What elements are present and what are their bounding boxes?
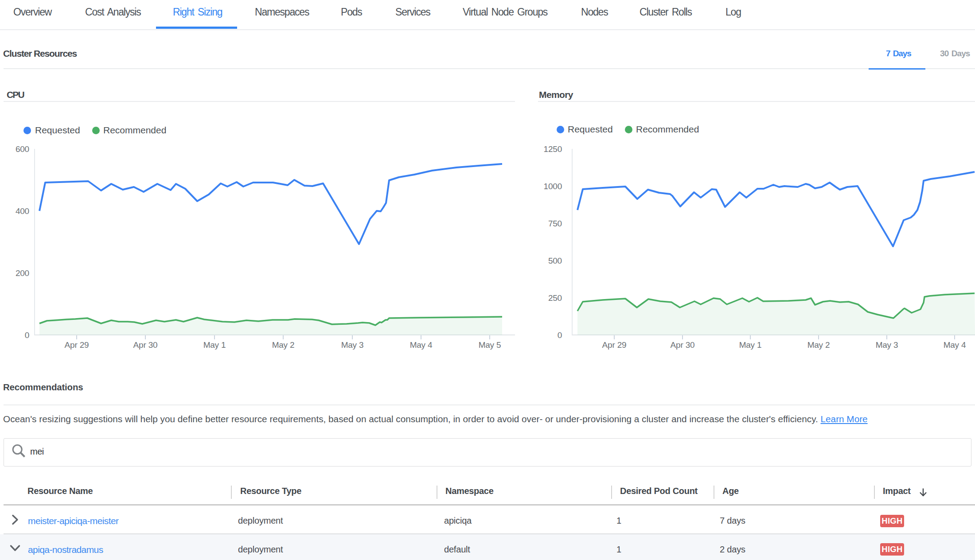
svg-text:Apr 29: Apr 29 — [65, 340, 89, 350]
svg-text:600: 600 — [16, 144, 29, 154]
svg-text:May 3: May 3 — [876, 340, 898, 350]
svg-text:Apr 30: Apr 30 — [133, 340, 158, 350]
svg-text:0: 0 — [25, 331, 29, 340]
svg-text:May 4: May 4 — [944, 340, 966, 350]
svg-text:May 1: May 1 — [203, 340, 226, 350]
svg-text:1250: 1250 — [544, 144, 562, 154]
svg-text:May 3: May 3 — [341, 340, 364, 350]
svg-text:May 5: May 5 — [479, 340, 501, 350]
svg-text:1000: 1000 — [544, 182, 562, 191]
svg-text:200: 200 — [16, 268, 29, 278]
svg-text:May 1: May 1 — [739, 340, 762, 350]
svg-text:Apr 30: Apr 30 — [671, 340, 695, 350]
svg-text:0: 0 — [558, 331, 562, 340]
svg-text:Apr 29: Apr 29 — [602, 340, 627, 350]
svg-text:May 2: May 2 — [807, 340, 830, 350]
svg-text:750: 750 — [548, 219, 562, 228]
svg-text:400: 400 — [16, 206, 29, 216]
svg-text:May 2: May 2 — [272, 340, 295, 350]
svg-text:500: 500 — [548, 256, 562, 265]
svg-text:May 4: May 4 — [410, 340, 433, 350]
svg-text:250: 250 — [548, 293, 562, 303]
